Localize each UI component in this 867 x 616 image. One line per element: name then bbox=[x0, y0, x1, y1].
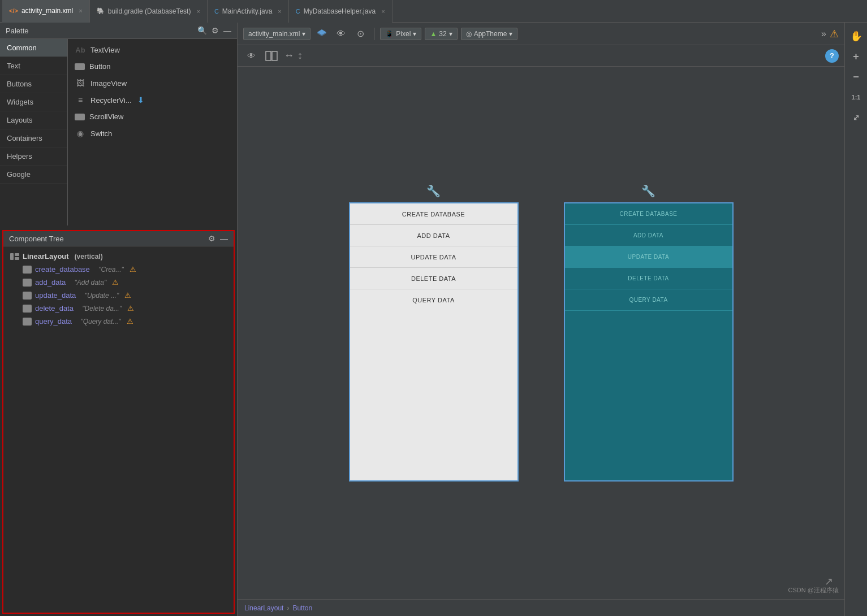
palette-item-label: Button bbox=[89, 62, 111, 71]
main-area: Palette 🔍 ⚙ — Common Text Buttons Widget… bbox=[0, 23, 867, 616]
phone-btn-query-data-dark[interactable]: QUERY DATA bbox=[565, 289, 732, 311]
button-widget-icon bbox=[23, 279, 32, 287]
phone-btn-add-data-dark[interactable]: ADD DATA bbox=[565, 225, 732, 246]
palette-item-button[interactable]: Button bbox=[68, 58, 237, 75]
tree-item-update-data[interactable]: update_data "Update ..." ⚠ bbox=[6, 289, 231, 302]
palette-item-label: RecyclerVi... bbox=[90, 96, 132, 105]
minimize-icon[interactable]: — bbox=[223, 26, 231, 35]
file-dropdown-label: activity_main.xml bbox=[248, 30, 300, 38]
split-view-btn[interactable] bbox=[264, 48, 279, 64]
phone-icon: 📱 bbox=[385, 30, 394, 38]
component-tree-title: Component Tree bbox=[9, 235, 64, 243]
editor-area: activity_main.xml ▾ 👁 ⊙ 📱 Pixel ▾ ▲ 32 ▾… bbox=[238, 23, 844, 616]
palette-category-containers[interactable]: Containers bbox=[0, 129, 67, 148]
tab-main-activity[interactable]: C MainActivity.java × bbox=[208, 0, 289, 23]
phone-btn-query-data[interactable]: QUERY DATA bbox=[350, 289, 517, 311]
scrollview-icon bbox=[75, 114, 85, 120]
settings-wrench-icon-dark: 🔧 bbox=[641, 184, 655, 198]
tab-activity-main-xml[interactable]: </> activity_main.xml × bbox=[2, 0, 90, 23]
component-tree-minimize-icon[interactable]: — bbox=[220, 234, 228, 243]
palette-category-common[interactable]: Common bbox=[0, 39, 67, 57]
component-tree-body: LinearLayout (vertical) create_database … bbox=[3, 246, 234, 331]
phone-btn-update-data-dark[interactable]: UPDATE DATA bbox=[565, 246, 732, 268]
device-dropdown[interactable]: 📱 Pixel ▾ bbox=[380, 28, 421, 40]
svg-rect-2 bbox=[15, 257, 19, 260]
palette-category-buttons[interactable]: Buttons bbox=[0, 75, 67, 93]
vertical-arrow-icon[interactable]: ↕ bbox=[297, 50, 303, 62]
bottom-bar: LinearLayout › Button bbox=[238, 599, 844, 616]
svg-rect-5 bbox=[266, 51, 271, 60]
warning-icon: ⚠ bbox=[130, 265, 136, 274]
eye-icon[interactable]: 👁 bbox=[333, 26, 349, 42]
component-tree-settings-icon[interactable]: ⚙ bbox=[208, 234, 215, 243]
palette-item-imageview[interactable]: 🖼 ImageView bbox=[68, 75, 237, 92]
breadcrumb-linear-layout[interactable]: LinearLayout bbox=[244, 604, 283, 612]
component-tree-section: Component Tree ⚙ — LinearLayout (vertica… bbox=[2, 230, 235, 614]
palette-item-recyclerview[interactable]: ≡ RecyclerVi... ⬇ bbox=[68, 92, 237, 109]
phone-btn-add-data[interactable]: ADD DATA bbox=[350, 225, 517, 246]
tree-item-display-text bbox=[79, 292, 81, 300]
phone-preview-light: 🔧 CREATE DATABASE ADD DATA UPDATE DATA D… bbox=[349, 184, 519, 481]
settings-icon[interactable]: ⚙ bbox=[212, 26, 219, 35]
tree-item-add-data[interactable]: add_data "Add data" ⚠ bbox=[6, 276, 231, 289]
textview-icon: Ab bbox=[75, 45, 86, 54]
tab-label: activity_main.xml bbox=[21, 7, 73, 15]
palette-header: Palette 🔍 ⚙ — bbox=[0, 23, 237, 39]
palette-section: Palette 🔍 ⚙ — Common Text Buttons Widget… bbox=[0, 23, 237, 225]
tab-close-button[interactable]: × bbox=[381, 8, 385, 15]
tree-item-display-text bbox=[77, 305, 79, 313]
svg-rect-0 bbox=[10, 253, 14, 260]
tab-close-button[interactable]: × bbox=[79, 7, 82, 14]
palette-category-google[interactable]: Google bbox=[0, 166, 67, 184]
horizontal-arrow-icon[interactable]: ↔ bbox=[284, 50, 294, 62]
zoom-fit-button[interactable]: ⤢ bbox=[847, 109, 865, 127]
phone-btn-delete-data[interactable]: DELETE DATA bbox=[350, 268, 517, 289]
palette-category-layouts[interactable]: Layouts bbox=[0, 111, 67, 129]
zoom-out-button[interactable]: − bbox=[847, 68, 865, 86]
tree-item-create-database[interactable]: create_database "Crea..." ⚠ bbox=[6, 263, 231, 276]
palette-item-switch[interactable]: ◉ Switch bbox=[68, 125, 237, 142]
tab-my-database-helper[interactable]: C MyDatabaseHelper.java × bbox=[289, 0, 392, 23]
zoom-reset-button[interactable]: 1:1 bbox=[847, 88, 865, 106]
warning-icon: ⚠ bbox=[127, 317, 133, 326]
phone-btn-delete-data-dark[interactable]: DELETE DATA bbox=[565, 268, 732, 289]
tree-item-id: delete_data bbox=[35, 304, 74, 313]
palette-category-text[interactable]: Text bbox=[0, 57, 67, 75]
tab-close-button[interactable]: × bbox=[278, 8, 281, 15]
layer-icon[interactable] bbox=[314, 26, 330, 42]
breadcrumb-button[interactable]: Button bbox=[292, 604, 312, 612]
download-icon: ⬇ bbox=[137, 96, 144, 105]
search-icon[interactable]: 🔍 bbox=[197, 26, 207, 35]
tab-build-gradle[interactable]: 🐘 build.gradle (DatabaseTest) × bbox=[90, 0, 208, 23]
warning-icon[interactable]: ⚠ bbox=[830, 28, 839, 40]
palette-item-label: ScrollView bbox=[89, 112, 123, 121]
theme-dropdown[interactable]: ◎ AppTheme ▾ bbox=[461, 28, 518, 40]
tree-item-text bbox=[93, 266, 95, 274]
overflow-icon[interactable]: » bbox=[821, 29, 826, 39]
phone-btn-create-database-dark[interactable]: CREATE DATABASE bbox=[565, 203, 732, 225]
hand-tool-button[interactable]: ✋ bbox=[847, 27, 865, 45]
palette-category-helpers[interactable]: Helpers bbox=[0, 148, 67, 166]
palette-item-scrollview[interactable]: ScrollView bbox=[68, 109, 237, 125]
help-button[interactable]: ? bbox=[825, 49, 839, 63]
android-icon: ▲ bbox=[430, 30, 437, 38]
phone-btn-create-database[interactable]: CREATE DATABASE bbox=[350, 203, 517, 225]
palette-category-widgets[interactable]: Widgets bbox=[0, 93, 67, 111]
palette-item-label: TextView bbox=[90, 46, 120, 54]
tree-item-query-data[interactable]: query_data "Query dat..." ⚠ bbox=[6, 315, 231, 328]
palette-item-textview[interactable]: Ab TextView bbox=[68, 41, 237, 58]
phone-empty-space bbox=[350, 311, 517, 480]
palette-body: Common Text Buttons Widgets Layouts Cont… bbox=[0, 39, 237, 225]
svg-rect-6 bbox=[272, 51, 277, 60]
chevron-down-icon: ▾ bbox=[302, 30, 305, 38]
tree-item-delete-data[interactable]: delete_data "Delete da..." ⚠ bbox=[6, 302, 231, 315]
file-dropdown[interactable]: activity_main.xml ▾ bbox=[243, 28, 310, 40]
device-dropdown-label: Pixel bbox=[396, 30, 411, 38]
cursor-icon[interactable]: ⊙ bbox=[352, 26, 368, 42]
eye-view-btn[interactable]: 👁 bbox=[243, 48, 259, 64]
tree-root-linear-layout[interactable]: LinearLayout (vertical) bbox=[6, 250, 231, 263]
tab-close-button[interactable]: × bbox=[196, 8, 200, 15]
api-dropdown[interactable]: ▲ 32 ▾ bbox=[425, 28, 457, 40]
zoom-in-button[interactable]: + bbox=[847, 47, 865, 66]
phone-btn-update-data[interactable]: UPDATE DATA bbox=[350, 246, 517, 268]
